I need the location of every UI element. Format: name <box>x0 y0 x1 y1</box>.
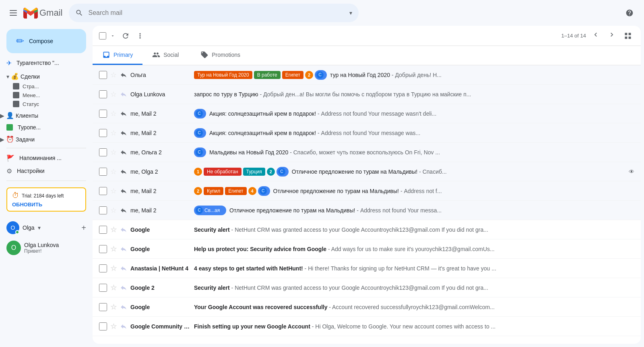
compose-plus-icon: ✏ <box>16 35 24 47</box>
help-button[interactable] <box>621 5 638 21</box>
email-row[interactable]: ☆ me, Mail 2 C Св...ая Отличное предложе… <box>93 201 641 220</box>
star-icon[interactable]: ☆ <box>110 322 117 331</box>
update-button[interactable]: ОБНОВИТЬ <box>12 202 80 208</box>
tab-promotions[interactable]: Promotions <box>191 46 250 65</box>
account-section[interactable]: O Olga ▾ + <box>0 218 93 237</box>
email-checkbox[interactable] <box>99 168 107 176</box>
next-page-button[interactable] <box>605 29 618 42</box>
deals-label: Сделки <box>21 73 40 80</box>
sidebar-item-strana[interactable]: Стра... <box>13 82 86 91</box>
email-checkbox[interactable] <box>99 129 107 137</box>
star-icon[interactable]: ☆ <box>110 283 117 292</box>
view-options-button[interactable] <box>621 29 634 42</box>
compose-label: Compose <box>29 38 53 44</box>
star-icon[interactable]: ☆ <box>110 129 117 137</box>
email-row[interactable]: ☆ Olga Lunkova запрос по туру в Турцию -… <box>93 85 641 104</box>
sidebar-item-reminders[interactable]: 🚩 Напоминания ... <box>0 152 86 164</box>
forward-icon <box>120 207 127 214</box>
star-icon[interactable]: ☆ <box>110 90 117 99</box>
star-icon[interactable]: ☆ <box>110 167 117 176</box>
email-checkbox[interactable] <box>99 245 107 253</box>
email-row[interactable]: ☆ Google Your Google Account was recover… <box>93 297 641 317</box>
star-icon[interactable]: ☆ <box>110 148 117 157</box>
tag-icon <box>200 51 208 59</box>
star-icon[interactable]: ☆ <box>110 71 117 79</box>
star-icon[interactable]: ☆ <box>110 109 117 118</box>
email-row[interactable]: ☆ me, Mail 2 2 Купил Египет 4 C Отличное… <box>93 181 641 201</box>
email-checkbox[interactable] <box>99 206 107 214</box>
email-preview: - Спасиб... <box>419 168 447 175</box>
email-sender: Google 2 <box>130 285 191 291</box>
email-checkbox[interactable] <box>99 284 107 292</box>
email-sender: Olga Lunkova <box>130 91 191 98</box>
email-subject-preview: Отличное предложение по турам на Мальдив… <box>229 207 634 214</box>
sidebar-item-status[interactable]: Статус <box>13 100 86 108</box>
star-icon[interactable]: ☆ <box>110 187 117 195</box>
header: Gmail ▾ <box>0 0 644 26</box>
star-icon[interactable]: ☆ <box>110 245 117 253</box>
star-icon[interactable]: ☆ <box>110 303 117 312</box>
email-checkbox[interactable] <box>99 71 107 79</box>
select-dropdown-button[interactable] <box>108 31 118 41</box>
select-all-checkbox[interactable] <box>99 32 106 39</box>
search-input[interactable] <box>88 9 345 17</box>
search-chevron-icon[interactable]: ▾ <box>349 10 352 16</box>
email-tags: 1 Не обработан Турция 2 C <box>194 167 289 177</box>
sidebar-item-turope[interactable]: Туропе... <box>0 121 86 134</box>
compose-button[interactable]: ✏ Compose <box>6 29 86 53</box>
email-subject-preview: запрос по туру в Турцию - Добрый ден...а… <box>194 91 634 98</box>
tab-promotions-label: Promotions <box>212 52 240 58</box>
email-preview: - Добрый ден...а! Вы могли бы помочь с п… <box>260 91 471 98</box>
email-row[interactable]: ☆ Ольга Тур на Новый Год 2020 В работе Е… <box>93 65 641 85</box>
email-subject: Мальдивы на Новый Год 2020 <box>209 149 288 156</box>
email-checkbox[interactable] <box>99 226 107 234</box>
search-bar[interactable]: ▾ <box>69 4 359 22</box>
header-right <box>621 5 638 21</box>
tasks-label: Задачи <box>16 136 35 143</box>
email-checkbox[interactable] <box>99 187 107 195</box>
forward-icon <box>120 187 127 195</box>
sidebar-item-tasks[interactable]: ▶ ⏰ Задачи <box>0 134 93 145</box>
email-checkbox[interactable] <box>99 264 107 272</box>
star-icon[interactable]: ☆ <box>110 225 117 234</box>
email-row[interactable]: ☆ Google Help us protect you: Security a… <box>93 239 641 259</box>
sidebar-item-settings[interactable]: ⚙ Настройки <box>0 164 86 177</box>
email-checkbox[interactable] <box>99 322 107 330</box>
email-row[interactable]: ☆ Google Community Te. Finish setting up… <box>93 317 641 336</box>
email-checkbox[interactable] <box>99 303 107 311</box>
email-subject: Отличное предложение по турам на Мальдив… <box>229 207 355 214</box>
email-checkbox[interactable] <box>99 148 107 156</box>
tab-primary[interactable]: Primary <box>93 46 142 65</box>
email-subject: Finish setting up your new Google Accoun… <box>194 323 310 330</box>
email-row[interactable]: ☆ me, Olga 2 1 Не обработан Турция 2 C О… <box>93 162 641 181</box>
hamburger-menu-button[interactable] <box>6 6 20 20</box>
sidebar-item-clients[interactable]: ▶ 👤 Клиенты <box>0 110 93 121</box>
add-account-button[interactable]: + <box>81 223 86 233</box>
email-tags: Тур на Новый Год 2020 В работе Египет 2 … <box>194 70 327 80</box>
email-preview: - Address not found Your message was... <box>318 130 420 136</box>
email-row[interactable]: ☆ Google 2 Security alert - NetHunt CRM … <box>93 278 641 297</box>
email-checkbox[interactable] <box>99 110 107 118</box>
page-info: 1–14 of 14 <box>561 33 586 39</box>
email-row[interactable]: ☆ Google Security alert - NetHunt CRM wa… <box>93 220 641 239</box>
email-sender: me, Mail 2 <box>130 130 191 136</box>
email-row[interactable]: ☆ me, Ольга 2 C Мальдивы на Новый Год 20… <box>93 143 641 162</box>
tag-in-work: В работе <box>254 71 281 79</box>
star-icon[interactable]: ☆ <box>110 206 117 215</box>
email-row[interactable]: ☆ Anastasia | NetHunt 4 4 easy steps to … <box>93 259 641 278</box>
email-row[interactable]: ☆ me, Mail 2 C Акция: солнцезащитный кре… <box>93 104 641 123</box>
status-icon <box>13 101 19 107</box>
more-options-button[interactable] <box>134 29 147 42</box>
sidebar-item-agency[interactable]: ✈ Турагентство "... <box>0 56 86 69</box>
email-row[interactable]: ☆ me, Mail 2 C Акция: солнцезащитный кре… <box>93 123 641 143</box>
olga-account[interactable]: O Olga Lunkova Привет! <box>0 237 93 258</box>
sidebar-item-deals[interactable]: ▾ 💰 Сделки <box>6 71 86 82</box>
star-icon[interactable]: ☆ <box>110 264 117 273</box>
tab-social[interactable]: Social <box>142 46 191 65</box>
sidebar-item-mene[interactable]: Мене... <box>13 91 86 100</box>
svg-rect-2 <box>10 15 17 16</box>
refresh-button[interactable] <box>119 29 132 42</box>
email-checkbox[interactable] <box>99 90 107 98</box>
prev-page-button[interactable] <box>589 29 602 42</box>
email-sender: me, Mail 2 <box>130 110 191 117</box>
